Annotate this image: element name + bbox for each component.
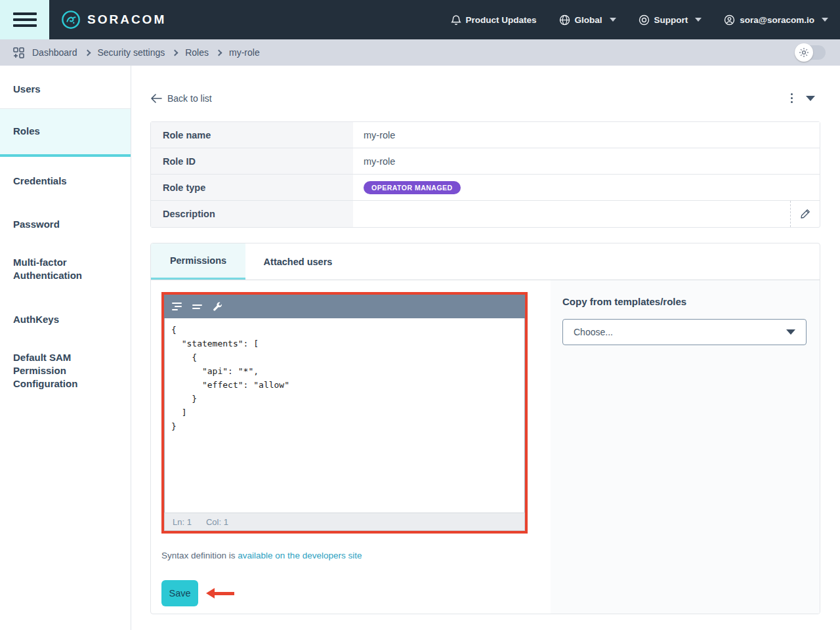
pencil-icon (800, 209, 810, 219)
chevron-down-icon (822, 18, 828, 22)
copy-templates-panel: Copy from templates/roles Choose... (551, 280, 820, 614)
operator-managed-badge: OPERATOR MANAGED (364, 181, 461, 194)
template-select-value: Choose... (574, 327, 613, 337)
template-select[interactable]: Choose... (562, 319, 807, 345)
back-to-list-link[interactable]: Back to list (150, 93, 212, 104)
support-menu[interactable]: Support (639, 14, 702, 26)
role-type-value: OPERATOR MANAGED (353, 175, 820, 200)
chevron-right-icon (216, 49, 222, 56)
sidebar-item-credentials[interactable]: Credentials (0, 162, 131, 200)
brand-name: SORACOM (87, 12, 166, 27)
compact-lines-icon[interactable] (192, 304, 202, 309)
wrench-icon[interactable] (213, 302, 222, 312)
annotation-highlight-box: { "statements": [ { "api": "*", "effect"… (161, 292, 528, 534)
description-value (353, 201, 790, 227)
sidebar-item-password[interactable]: Password (0, 205, 131, 243)
theme-toggle-knob (795, 43, 813, 62)
breadcrumb-current-my-role: my-role (229, 47, 260, 58)
sun-icon (799, 47, 809, 58)
role-id-label: Role ID (151, 148, 353, 174)
role-type-label: Role type (151, 175, 353, 200)
cursor-line-indicator: Ln: 1 (173, 517, 192, 527)
dashboard-grid-icon (13, 47, 24, 58)
breadcrumb-dashboard[interactable]: Dashboard (32, 47, 77, 58)
actions-dropdown-caret[interactable] (806, 96, 815, 101)
developers-site-link[interactable]: available on the developers site (238, 551, 362, 560)
security-settings-sidebar: Users Roles Credentials Password Multi-f… (0, 66, 131, 630)
cursor-col-indicator: Col: 1 (206, 517, 228, 527)
top-navbar: SORACOM Product Updates Global Support s… (0, 0, 840, 39)
product-updates-label: Product Updates (466, 15, 537, 25)
tab-attached-users[interactable]: Attached users (245, 243, 350, 280)
role-id-value: my-role (353, 148, 820, 174)
select-caret-icon (786, 329, 795, 335)
description-label: Description (151, 201, 353, 227)
account-email: sora@soracom.io (740, 15, 814, 25)
support-label: Support (654, 15, 688, 25)
hamburger-menu-button[interactable] (0, 0, 49, 39)
edit-description-button[interactable] (790, 201, 820, 227)
role-info-table: Role name my-role Role ID my-role Role t… (150, 121, 820, 228)
global-coverage-menu[interactable]: Global (559, 14, 616, 26)
global-label: Global (575, 15, 602, 25)
sidebar-item-default-sam[interactable]: Default SAM Permission Configuration (0, 339, 131, 404)
editor-toolbar (164, 295, 525, 318)
permission-json-editor: { "statements": [ { "api": "*", "effect"… (164, 295, 525, 531)
chevron-right-icon (172, 49, 178, 56)
breadcrumb-security-settings[interactable]: Security settings (98, 47, 165, 58)
brand-logo[interactable]: SORACOM (61, 10, 166, 30)
tabs-row: Permissions Attached users (151, 243, 820, 280)
chevron-down-icon (610, 18, 616, 22)
chevron-right-icon (84, 49, 91, 56)
table-row: Role ID my-role (151, 148, 820, 175)
copy-panel-title: Copy from templates/roles (562, 296, 807, 307)
save-button[interactable]: Save (161, 580, 198, 606)
role-detail-tabs-card: Permissions Attached users (150, 243, 820, 614)
sidebar-item-mfa[interactable]: Multi-factor Authentication (0, 243, 131, 295)
hamburger-icon (13, 9, 37, 30)
user-icon (724, 14, 735, 26)
tab-permissions[interactable]: Permissions (151, 243, 245, 280)
product-updates-button[interactable]: Product Updates (451, 14, 537, 26)
sidebar-item-authkeys[interactable]: AuthKeys (0, 301, 131, 339)
table-row: Description (151, 201, 820, 227)
breadcrumb: Dashboard Security settings Roles my-rol… (13, 47, 260, 58)
breadcrumb-roles[interactable]: Roles (185, 47, 209, 58)
json-code-area[interactable]: { "statements": [ { "api": "*", "effect"… (164, 318, 525, 513)
table-row: Role name my-role (151, 122, 820, 148)
permissions-panel: { "statements": [ { "api": "*", "effect"… (151, 280, 551, 614)
syntax-note-text: Syntax definition is (161, 551, 238, 560)
more-actions-button[interactable] (788, 91, 795, 106)
arrow-left-icon (150, 94, 162, 103)
editor-status-bar: Ln: 1 Col: 1 (164, 513, 525, 531)
role-name-label: Role name (151, 122, 353, 148)
table-row: Role type OPERATOR MANAGED (151, 175, 820, 201)
annotation-arrow-left (206, 588, 234, 598)
syntax-note: Syntax definition is available on the de… (161, 551, 551, 560)
main-content: Back to list Role name my-role Role ID m… (131, 66, 840, 630)
format-indent-icon[interactable] (172, 303, 182, 310)
chevron-down-icon (695, 18, 702, 22)
bell-icon (451, 14, 461, 26)
support-icon (639, 14, 650, 26)
back-to-list-label: Back to list (167, 93, 212, 104)
role-name-value: my-role (353, 122, 820, 148)
sidebar-item-users[interactable]: Users (0, 66, 131, 109)
globe-icon (559, 14, 570, 26)
sidebar-item-roles[interactable]: Roles (0, 109, 131, 156)
soracom-logo-icon (61, 10, 81, 30)
breadcrumb-bar: Dashboard Security settings Roles my-rol… (0, 39, 840, 66)
theme-toggle[interactable] (795, 45, 826, 60)
account-menu[interactable]: sora@soracom.io (724, 14, 828, 26)
